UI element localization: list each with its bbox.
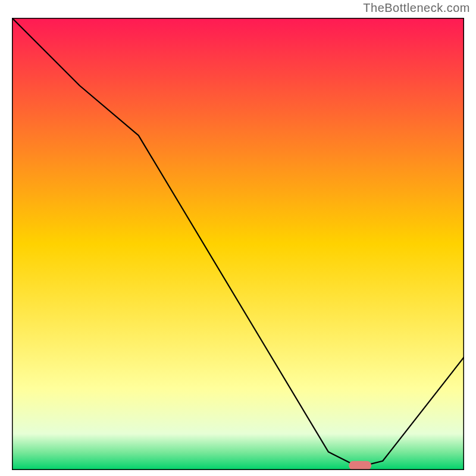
watermark-text: TheBottleneck.com: [363, 1, 470, 15]
chart-svg: [12, 18, 464, 470]
bottleneck-chart: [12, 18, 464, 470]
optimal-marker: [349, 461, 371, 470]
